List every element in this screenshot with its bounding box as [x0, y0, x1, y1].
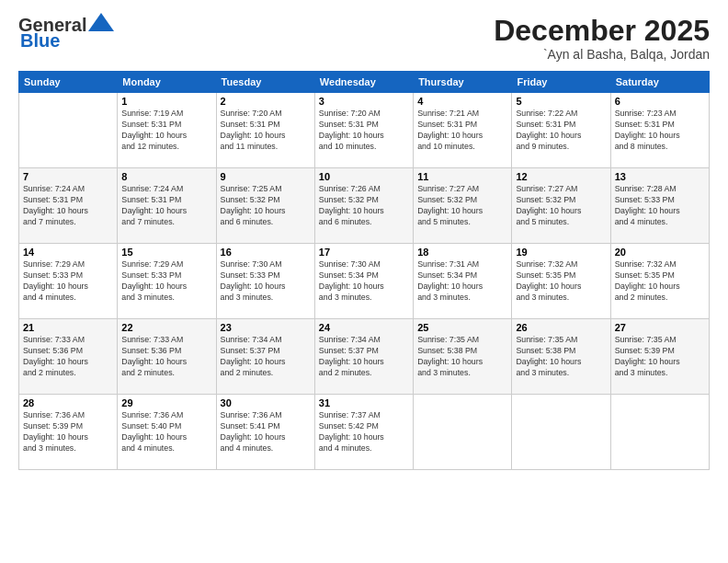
- calendar-cell: [414, 395, 512, 470]
- calendar-cell: 21Sunrise: 7:33 AM Sunset: 5:36 PM Dayli…: [19, 319, 118, 395]
- calendar-cell: 26Sunrise: 7:35 AM Sunset: 5:38 PM Dayli…: [512, 319, 610, 395]
- day-info: Sunrise: 7:35 AM Sunset: 5:38 PM Dayligh…: [516, 335, 606, 379]
- calendar-header-row: Sunday Monday Tuesday Wednesday Thursday…: [19, 72, 710, 93]
- calendar-cell: 24Sunrise: 7:34 AM Sunset: 5:37 PM Dayli…: [314, 319, 413, 395]
- calendar-cell: 14Sunrise: 7:29 AM Sunset: 5:33 PM Dayli…: [19, 244, 118, 319]
- month-title: December 2025: [494, 15, 710, 47]
- day-info: Sunrise: 7:35 AM Sunset: 5:38 PM Dayligh…: [417, 335, 507, 379]
- day-number: 14: [23, 247, 113, 258]
- day-number: 20: [615, 247, 705, 258]
- day-info: Sunrise: 7:28 AM Sunset: 5:33 PM Dayligh…: [615, 184, 705, 228]
- day-number: 2: [221, 96, 311, 107]
- day-info: Sunrise: 7:23 AM Sunset: 5:31 PM Dayligh…: [615, 109, 705, 153]
- calendar-cell: 27Sunrise: 7:35 AM Sunset: 5:39 PM Dayli…: [610, 319, 709, 395]
- day-number: 22: [121, 322, 211, 333]
- day-number: 16: [221, 247, 311, 258]
- calendar-cell: 18Sunrise: 7:31 AM Sunset: 5:34 PM Dayli…: [414, 244, 512, 319]
- calendar-table: Sunday Monday Tuesday Wednesday Thursday…: [18, 71, 710, 470]
- day-info: Sunrise: 7:32 AM Sunset: 5:35 PM Dayligh…: [516, 259, 606, 304]
- calendar-week-3: 21Sunrise: 7:33 AM Sunset: 5:36 PM Dayli…: [19, 319, 710, 395]
- day-number: 1: [121, 96, 211, 107]
- calendar-cell: 12Sunrise: 7:27 AM Sunset: 5:32 PM Dayli…: [512, 168, 610, 244]
- day-info: Sunrise: 7:30 AM Sunset: 5:33 PM Dayligh…: [221, 259, 311, 304]
- calendar-cell: 16Sunrise: 7:30 AM Sunset: 5:33 PM Dayli…: [216, 244, 314, 319]
- day-info: Sunrise: 7:33 AM Sunset: 5:36 PM Dayligh…: [121, 335, 211, 379]
- col-sunday: Sunday: [19, 72, 118, 93]
- day-info: Sunrise: 7:34 AM Sunset: 5:37 PM Dayligh…: [221, 335, 311, 379]
- calendar-cell: 5Sunrise: 7:22 AM Sunset: 5:31 PM Daylig…: [512, 93, 610, 168]
- calendar-cell: [19, 93, 118, 168]
- day-number: 28: [23, 397, 113, 408]
- day-number: 12: [516, 171, 606, 182]
- day-info: Sunrise: 7:19 AM Sunset: 5:31 PM Dayligh…: [121, 109, 211, 153]
- calendar-cell: [512, 395, 610, 470]
- calendar-cell: 13Sunrise: 7:28 AM Sunset: 5:33 PM Dayli…: [610, 168, 709, 244]
- calendar-cell: 10Sunrise: 7:26 AM Sunset: 5:32 PM Dayli…: [314, 168, 413, 244]
- day-info: Sunrise: 7:34 AM Sunset: 5:37 PM Dayligh…: [319, 335, 409, 379]
- calendar-cell: 17Sunrise: 7:30 AM Sunset: 5:34 PM Dayli…: [314, 244, 413, 319]
- day-number: 21: [23, 322, 113, 333]
- day-number: 25: [417, 322, 507, 333]
- calendar-week-4: 28Sunrise: 7:36 AM Sunset: 5:39 PM Dayli…: [19, 395, 710, 470]
- day-number: 27: [615, 322, 705, 333]
- logo-blue: Blue: [20, 30, 60, 52]
- calendar-week-2: 14Sunrise: 7:29 AM Sunset: 5:33 PM Dayli…: [19, 244, 710, 319]
- page: General Blue December 2025 `Ayn al Basha…: [0, 0, 728, 563]
- col-tuesday: Tuesday: [216, 72, 314, 93]
- day-number: 31: [319, 397, 409, 408]
- title-block: December 2025 `Ayn al Basha, Balqa, Jord…: [494, 15, 710, 62]
- day-number: 5: [516, 96, 606, 107]
- day-info: Sunrise: 7:24 AM Sunset: 5:31 PM Dayligh…: [121, 184, 211, 228]
- day-info: Sunrise: 7:32 AM Sunset: 5:35 PM Dayligh…: [615, 259, 705, 304]
- day-number: 19: [516, 247, 606, 258]
- day-number: 10: [319, 171, 409, 182]
- calendar-cell: 23Sunrise: 7:34 AM Sunset: 5:37 PM Dayli…: [216, 319, 314, 395]
- svg-marker-0: [88, 13, 114, 31]
- calendar-cell: 11Sunrise: 7:27 AM Sunset: 5:32 PM Dayli…: [414, 168, 512, 244]
- calendar-cell: 7Sunrise: 7:24 AM Sunset: 5:31 PM Daylig…: [19, 168, 118, 244]
- day-info: Sunrise: 7:26 AM Sunset: 5:32 PM Dayligh…: [319, 184, 409, 228]
- day-number: 15: [121, 247, 211, 258]
- day-number: 3: [319, 96, 409, 107]
- col-thursday: Thursday: [414, 72, 512, 93]
- day-number: 8: [121, 171, 211, 182]
- calendar-cell: 2Sunrise: 7:20 AM Sunset: 5:31 PM Daylig…: [216, 93, 314, 168]
- calendar-cell: 19Sunrise: 7:32 AM Sunset: 5:35 PM Dayli…: [512, 244, 610, 319]
- day-number: 7: [23, 171, 113, 182]
- col-saturday: Saturday: [610, 72, 709, 93]
- day-info: Sunrise: 7:31 AM Sunset: 5:34 PM Dayligh…: [417, 259, 507, 304]
- col-wednesday: Wednesday: [314, 72, 413, 93]
- day-info: Sunrise: 7:36 AM Sunset: 5:40 PM Dayligh…: [121, 410, 211, 454]
- calendar-cell: 20Sunrise: 7:32 AM Sunset: 5:35 PM Dayli…: [610, 244, 709, 319]
- day-number: 4: [417, 96, 507, 107]
- calendar-week-0: 1Sunrise: 7:19 AM Sunset: 5:31 PM Daylig…: [19, 93, 710, 168]
- calendar-cell: 29Sunrise: 7:36 AM Sunset: 5:40 PM Dayli…: [118, 395, 216, 470]
- day-number: 30: [221, 397, 311, 408]
- calendar-cell: 1Sunrise: 7:19 AM Sunset: 5:31 PM Daylig…: [118, 93, 216, 168]
- calendar-cell: 31Sunrise: 7:37 AM Sunset: 5:42 PM Dayli…: [314, 395, 413, 470]
- calendar-cell: 8Sunrise: 7:24 AM Sunset: 5:31 PM Daylig…: [118, 168, 216, 244]
- col-friday: Friday: [512, 72, 610, 93]
- col-monday: Monday: [118, 72, 216, 93]
- day-number: 6: [615, 96, 705, 107]
- day-number: 13: [615, 171, 705, 182]
- day-info: Sunrise: 7:29 AM Sunset: 5:33 PM Dayligh…: [23, 259, 113, 304]
- day-info: Sunrise: 7:35 AM Sunset: 5:39 PM Dayligh…: [615, 335, 705, 379]
- day-info: Sunrise: 7:30 AM Sunset: 5:34 PM Dayligh…: [319, 259, 409, 304]
- logo-icon: [88, 13, 114, 31]
- logo: General Blue: [18, 15, 114, 52]
- day-number: 17: [319, 247, 409, 258]
- day-info: Sunrise: 7:20 AM Sunset: 5:31 PM Dayligh…: [221, 109, 311, 153]
- day-info: Sunrise: 7:21 AM Sunset: 5:31 PM Dayligh…: [417, 109, 507, 153]
- day-info: Sunrise: 7:20 AM Sunset: 5:31 PM Dayligh…: [319, 109, 409, 153]
- calendar-cell: 9Sunrise: 7:25 AM Sunset: 5:32 PM Daylig…: [216, 168, 314, 244]
- location: `Ayn al Basha, Balqa, Jordan: [494, 47, 710, 62]
- day-info: Sunrise: 7:25 AM Sunset: 5:32 PM Dayligh…: [221, 184, 311, 228]
- day-number: 29: [121, 397, 211, 408]
- day-number: 23: [221, 322, 311, 333]
- day-info: Sunrise: 7:22 AM Sunset: 5:31 PM Dayligh…: [516, 109, 606, 153]
- calendar-cell: 28Sunrise: 7:36 AM Sunset: 5:39 PM Dayli…: [19, 395, 118, 470]
- calendar-cell: 3Sunrise: 7:20 AM Sunset: 5:31 PM Daylig…: [314, 93, 413, 168]
- calendar-cell: 15Sunrise: 7:29 AM Sunset: 5:33 PM Dayli…: [118, 244, 216, 319]
- day-info: Sunrise: 7:36 AM Sunset: 5:41 PM Dayligh…: [221, 410, 311, 454]
